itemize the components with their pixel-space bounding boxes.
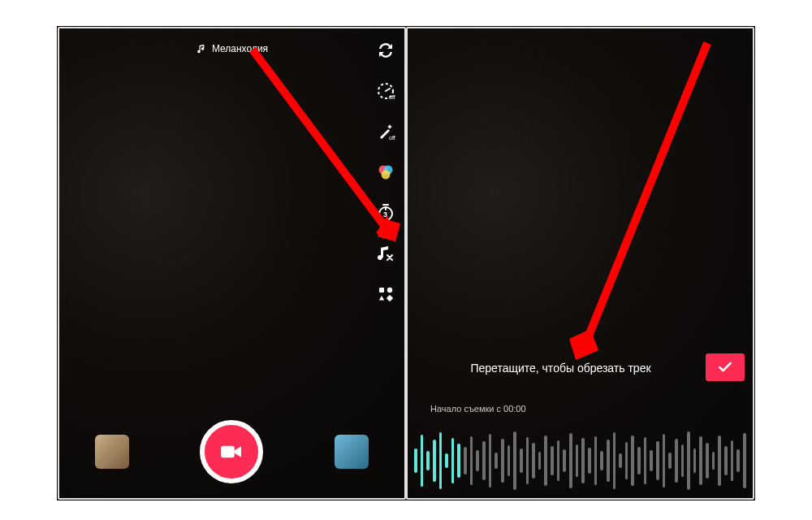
waveform-bar [706, 443, 709, 479]
waveform-bar [675, 439, 678, 483]
waveform-bar [687, 431, 690, 490]
waveform-bar [731, 440, 734, 481]
waveform-bar [445, 453, 448, 468]
waveform-bar [663, 434, 666, 488]
video-camera-icon [219, 443, 244, 461]
waveform-bar [736, 449, 740, 472]
waveform-bar [712, 452, 715, 470]
waveform-bar [557, 440, 560, 481]
waveform-bar [526, 437, 529, 484]
waveform-bar [668, 453, 672, 469]
waveform-bar [644, 437, 647, 484]
waveform-bar [718, 436, 721, 486]
svg-rect-11 [222, 446, 235, 458]
waveform-bar [650, 450, 653, 471]
side-toolbar: off off 3 [375, 40, 396, 305]
magic-wand-icon: off [376, 122, 395, 141]
waveform-bar [594, 436, 598, 485]
filters-icon [376, 162, 395, 182]
waveform-bar [600, 451, 603, 470]
trim-sound-screen: Перетащите, чтобы обрезать трек Начало с… [406, 27, 754, 500]
waveform-bar [476, 450, 479, 471]
waveform-bar [724, 446, 728, 475]
bottom-bar [59, 420, 404, 483]
waveform-bar [439, 432, 443, 489]
waveform-bar [551, 446, 554, 475]
start-time-label: Начало съемки с 00:00 [430, 404, 526, 414]
frame: Меланхолия off off 3 [57, 26, 755, 500]
waveform-bar [588, 448, 591, 474]
grid-icon [376, 284, 395, 304]
svg-text:3: 3 [383, 210, 387, 219]
waveform-bar [508, 445, 511, 476]
svg-text:off: off [389, 94, 395, 100]
selected-sound-label: Меланхолия [212, 43, 268, 54]
waveform-bar [470, 436, 473, 485]
waveform-bar [613, 432, 616, 489]
svg-rect-10 [387, 295, 393, 301]
waveform-bar [631, 436, 634, 486]
waveform-bar [426, 451, 430, 470]
svg-point-5 [382, 171, 391, 180]
waveform-bar [513, 431, 516, 490]
waveform-bar [619, 453, 622, 468]
flip-icon [376, 41, 395, 60]
waveform-bar [457, 444, 460, 478]
upload-thumbnail[interactable] [335, 435, 369, 469]
waveform-bar [637, 447, 641, 474]
waveform-bar [414, 448, 417, 473]
speed-button[interactable]: off [375, 80, 396, 102]
waveform-bar [581, 438, 585, 483]
waveform-bar [625, 442, 628, 479]
selected-sound-chip[interactable]: Меланхолия [196, 43, 268, 54]
effects-thumbnail[interactable] [95, 435, 129, 469]
waveform-bar [544, 436, 547, 486]
waveform-bar [607, 440, 610, 482]
recording-screen: Меланхолия off off 3 [58, 27, 406, 500]
waveform-bar [421, 435, 424, 487]
waveform-bar [699, 436, 702, 485]
waveform-bar [538, 452, 542, 470]
timer-button[interactable]: 3 [375, 202, 396, 223]
svg-rect-8 [379, 288, 384, 292]
top-bar: Меланхолия [59, 35, 404, 67]
beauty-button[interactable]: off [375, 121, 396, 142]
waveform-bar [489, 434, 492, 488]
more-tools-button[interactable] [375, 284, 396, 305]
waveform-bar [495, 453, 498, 469]
waveform-bar [451, 438, 455, 483]
waveform-bar [576, 444, 579, 477]
check-icon [717, 359, 733, 375]
waveform-bar [482, 441, 486, 480]
waveform-bar [569, 433, 572, 488]
waveform-bar [656, 441, 659, 480]
timer-icon: 3 [376, 203, 395, 223]
flip-camera-button[interactable] [375, 40, 396, 61]
sound-cut-icon [376, 244, 395, 263]
waveform-bar [681, 444, 685, 477]
confirm-trim-button[interactable] [706, 353, 745, 381]
waveform-bar [693, 448, 697, 473]
trim-instruction-label: Перетащите, чтобы обрезать трек [427, 362, 694, 375]
filters-button[interactable] [375, 162, 396, 183]
waveform-bar [743, 433, 746, 488]
waveform-bar [464, 447, 467, 474]
sound-cut-button[interactable] [375, 243, 396, 264]
waveform-bar [563, 449, 566, 472]
waveform-bar [433, 440, 436, 482]
record-button[interactable] [200, 420, 263, 483]
waveform-bar [501, 439, 504, 483]
music-note-icon [196, 43, 207, 54]
speed-icon: off [376, 81, 395, 101]
svg-point-9 [387, 288, 392, 292]
waveform-bar [532, 443, 535, 479]
waveform-bar [520, 448, 523, 473]
svg-text:off: off [389, 135, 395, 141]
waveform-scrubber[interactable] [408, 423, 753, 498]
